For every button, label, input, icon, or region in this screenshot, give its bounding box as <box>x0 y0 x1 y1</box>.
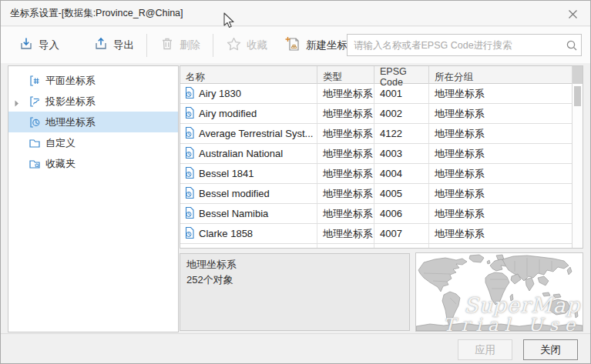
favorites-folder-icon <box>29 158 41 170</box>
cs-type: 地理坐标系 <box>317 144 374 163</box>
cs-epsg-code: 4003 <box>374 144 429 163</box>
cs-name: Airy 1830 <box>199 88 241 99</box>
cs-group: 地理坐标系 <box>429 104 572 123</box>
coordinate-system-dialog: 坐标系设置-[数据集:Province_R@China] 导入 导出 <box>0 0 591 364</box>
cs-type: 地理坐标系 <box>317 84 374 103</box>
delete-button: 删除 <box>155 33 205 57</box>
table-row[interactable]: Airy 1830 地理坐标系 4001 地理坐标系 <box>180 84 572 104</box>
cs-group: 地理坐标系 <box>429 184 572 203</box>
table-header-row: 名称 类型 EPSG Code 所在分组 <box>180 66 572 84</box>
trash-icon <box>160 36 175 54</box>
cs-group: 地理坐标系 <box>429 164 572 183</box>
geographic-cs-icon <box>29 116 41 129</box>
info-group-name: 地理坐标系 <box>186 257 403 272</box>
cs-name: Airy modified <box>199 108 257 119</box>
toolbar-separator <box>213 34 213 57</box>
info-object-count: 252个对象 <box>186 272 403 288</box>
table-row[interactable]: Australian National 地理坐标系 4003 地理坐标系 <box>180 144 572 164</box>
table-row[interactable]: Bessel modified 地理坐标系 4005 地理坐标系 <box>180 184 572 204</box>
geographic-cs-file-icon <box>184 186 195 202</box>
geographic-cs-file-icon <box>184 86 195 102</box>
search-icon[interactable] <box>562 39 581 52</box>
cs-group: 地理坐标系 <box>429 224 572 243</box>
cs-type: 地理坐标系 <box>317 124 374 143</box>
export-label: 导出 <box>113 38 134 52</box>
tree-item-planar-cs[interactable]: 平面坐标系 <box>8 70 178 91</box>
watermark-trial-use: Trial Use <box>443 315 581 332</box>
cs-type: 地理坐标系 <box>317 184 374 203</box>
close-icon[interactable] <box>566 8 579 20</box>
tree-item-favorites[interactable]: 收藏夹 <box>8 153 178 174</box>
geographic-cs-file-icon <box>184 106 195 122</box>
table-row[interactable]: Bessel Namibia 地理坐标系 4006 地理坐标系 <box>180 204 572 224</box>
expand-arrow-icon[interactable] <box>15 98 19 109</box>
tree-item-label: 自定义 <box>45 136 76 150</box>
cs-epsg-code: 4004 <box>374 164 429 183</box>
table-row[interactable]: Airy modified 地理坐标系 4002 地理坐标系 <box>180 104 572 124</box>
toolbar-separator <box>146 34 147 57</box>
scrollbar-header-spacer <box>573 66 583 84</box>
watermark-supermap: SuperMap <box>464 293 580 317</box>
tree-item-label: 投影坐标系 <box>45 95 96 109</box>
geographic-cs-file-icon <box>184 146 195 162</box>
cs-name: Clarke 1858 <box>199 228 253 239</box>
geographic-cs-file-icon <box>184 206 195 222</box>
import-icon <box>18 36 34 54</box>
custom-folder-icon <box>29 137 41 149</box>
star-icon <box>226 36 242 54</box>
tree-item-custom[interactable]: 自定义 <box>8 132 178 153</box>
cs-epsg-code: 4122 <box>374 124 429 143</box>
cs-name: Bessel Namibia <box>199 208 268 219</box>
dialog-title: 坐标系设置-[数据集:Province_R@China] <box>10 7 183 20</box>
planar-cs-icon <box>29 75 41 87</box>
cs-epsg-code: 4001 <box>374 84 429 103</box>
selection-info-panel: 地理坐标系 252个对象 <box>180 253 410 331</box>
cs-group: 地理坐标系 <box>429 144 572 163</box>
vertical-scrollbar[interactable] <box>572 66 583 248</box>
close-button[interactable]: 关闭 <box>523 339 578 360</box>
cs-group: 地理坐标系 <box>429 124 572 143</box>
geographic-cs-file-icon <box>184 166 195 182</box>
cs-epsg-code: 4005 <box>374 184 429 203</box>
search-input[interactable] <box>348 40 562 51</box>
title-bar: 坐标系设置-[数据集:Province_R@China] <box>1 1 590 26</box>
cs-epsg-code: 4002 <box>374 104 429 123</box>
cs-name: Bessel 1841 <box>199 168 254 179</box>
favorite-label: 收藏 <box>247 38 267 52</box>
cs-type: 地理坐标系 <box>317 224 374 243</box>
cs-group: 地理坐标系 <box>429 204 572 223</box>
import-label: 导入 <box>39 38 59 52</box>
apply-button: 应用 <box>458 339 512 360</box>
scrollbar-thumb[interactable] <box>574 86 581 106</box>
import-button[interactable]: 导入 <box>14 33 64 57</box>
cs-name: Average Terrestrial Syst... <box>199 128 313 139</box>
coordinate-system-tree: 平面坐标系 投影坐标系 地理坐 <box>8 65 179 332</box>
export-icon <box>93 36 109 54</box>
tree-item-label: 平面坐标系 <box>45 74 96 88</box>
cs-type: 地理坐标系 <box>317 104 374 123</box>
tree-item-projected-cs[interactable]: 投影坐标系 <box>8 91 178 112</box>
cs-name: Australian National <box>199 148 283 159</box>
projected-cs-icon <box>29 95 41 108</box>
table-row[interactable]: Clarke 1858 地理坐标系 4007 地理坐标系 <box>180 224 572 244</box>
toolbar: 导入 导出 删除 <box>1 27 590 63</box>
new-coordinate-system-icon <box>284 35 301 55</box>
geographic-cs-file-icon <box>184 126 195 142</box>
table-row[interactable]: Bessel 1841 地理坐标系 4004 地理坐标系 <box>180 164 572 184</box>
geographic-cs-file-icon <box>184 226 195 242</box>
favorite-button: 收藏 <box>221 33 272 57</box>
footer-bar: 应用 关闭 <box>1 333 590 363</box>
cs-type: 地理坐标系 <box>317 204 374 223</box>
cs-type: 地理坐标系 <box>317 164 374 183</box>
tree-item-label: 收藏夹 <box>45 157 76 171</box>
cs-epsg-code: 4007 <box>374 224 429 243</box>
tree-item-label: 地理坐标系 <box>45 115 96 129</box>
coordinate-system-table: 名称 类型 EPSG Code 所在分组 <box>180 65 583 249</box>
partial-row <box>180 244 572 249</box>
cs-name: Bessel modified <box>199 188 270 199</box>
cs-group: 地理坐标系 <box>429 84 572 103</box>
table-row[interactable]: Average Terrestrial Syst... 地理坐标系 4122 地… <box>180 124 572 144</box>
cs-epsg-code: 4006 <box>374 204 429 223</box>
export-button[interactable]: 导出 <box>89 33 139 57</box>
tree-item-geographic-cs[interactable]: 地理坐标系 <box>8 112 178 132</box>
